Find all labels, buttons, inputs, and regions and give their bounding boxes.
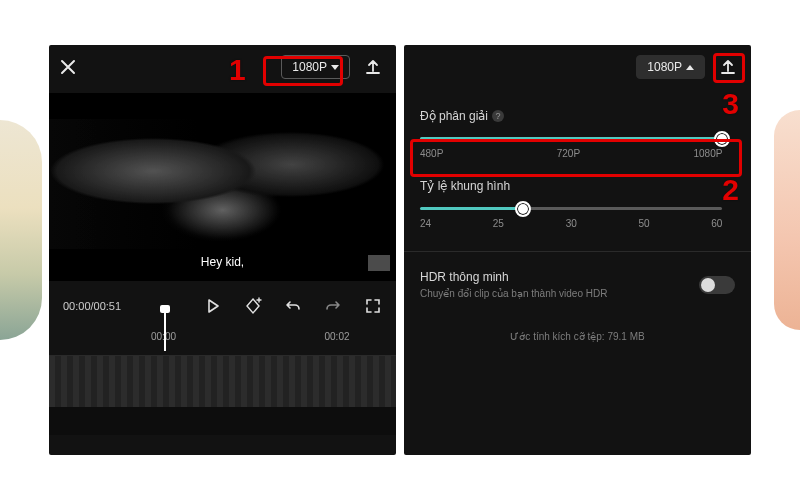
hdr-title: HDR thông minh — [420, 270, 699, 284]
resolution-dropdown[interactable]: 1080P — [281, 55, 350, 79]
slider-mark: 720P — [557, 148, 580, 159]
decoration-right — [774, 110, 800, 330]
resolution-label: 1080P — [292, 60, 327, 74]
slider-mark: 50 — [638, 218, 649, 229]
slider-mark: 25 — [493, 218, 504, 229]
preview-frame — [49, 119, 396, 249]
tick-label: 00:02 — [324, 331, 349, 342]
slider-thumb[interactable] — [515, 201, 531, 217]
resolution-label: 1080P — [647, 60, 682, 74]
framerate-section-title: Tỷ lệ khung hình — [420, 179, 510, 193]
close-button[interactable] — [59, 58, 77, 76]
export-settings-pane: 1080P Độ phân giải ? 480P — [404, 45, 751, 455]
slider-thumb[interactable] — [714, 131, 730, 147]
play-button[interactable] — [204, 297, 222, 315]
resolution-dropdown[interactable]: 1080P — [636, 55, 705, 79]
slider-mark: 30 — [566, 218, 577, 229]
filesize-estimate: Ước tính kích cỡ tệp: 79.1 MB — [404, 331, 751, 342]
timeline-track[interactable] — [49, 355, 396, 407]
redo-button[interactable] — [324, 297, 342, 315]
undo-button[interactable] — [284, 297, 302, 315]
help-icon[interactable]: ? — [492, 110, 504, 122]
resolution-slider[interactable] — [420, 137, 735, 140]
export-button[interactable] — [360, 54, 386, 80]
slider-mark: 480P — [420, 148, 443, 159]
hdr-subtitle: Chuyển đổi clip của bạn thành video HDR — [420, 288, 699, 299]
timecode: 00:00/00:51 — [63, 300, 121, 312]
framerate-slider[interactable] — [420, 207, 735, 210]
subtitle-text: Hey kid, — [49, 255, 396, 269]
watermark — [368, 255, 390, 271]
chevron-up-icon — [686, 65, 694, 70]
keyframe-add-button[interactable] — [244, 297, 262, 315]
timeline[interactable]: 00:00 00:02 — [49, 331, 396, 435]
resolution-section-title: Độ phân giải — [420, 109, 488, 123]
decoration-left — [0, 120, 42, 340]
timeline-gutter — [49, 407, 396, 435]
export-button[interactable] — [715, 54, 741, 80]
video-preview[interactable]: Hey kid, — [49, 93, 396, 281]
fullscreen-button[interactable] — [364, 297, 382, 315]
playhead[interactable] — [164, 309, 166, 351]
slider-mark: 1080P — [693, 148, 722, 159]
chevron-down-icon — [331, 65, 339, 70]
editor-pane: 1080P Hey kid, 00:00/00:51 — [49, 45, 396, 455]
slider-mark: 60 — [711, 218, 722, 229]
slider-mark: 24 — [420, 218, 431, 229]
hdr-toggle[interactable] — [699, 276, 735, 294]
